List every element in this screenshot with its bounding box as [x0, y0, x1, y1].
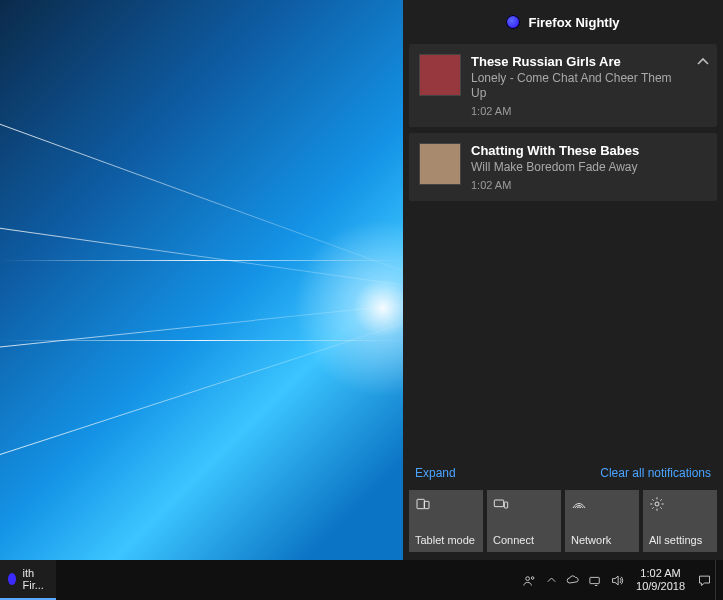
notification-thumbnail [419, 54, 461, 96]
show-desktop-button[interactable] [715, 560, 723, 600]
svg-rect-1 [424, 501, 429, 508]
svg-rect-7 [589, 577, 598, 583]
action-center-header: Firefox Nightly [403, 0, 723, 44]
network-icon [571, 496, 587, 512]
firefox-nightly-icon [8, 573, 16, 585]
notification-thumbnail [419, 143, 461, 185]
notification-time: 1:02 AM [471, 105, 689, 117]
notification-title: These Russian Girls Are [471, 54, 689, 70]
taskbar-clock[interactable]: 1:02 AM 10/9/2018 [628, 567, 693, 593]
notification-card[interactable]: Chatting With These Babes Will Make Bore… [409, 133, 717, 201]
people-icon[interactable] [518, 560, 540, 600]
quick-action-network[interactable]: Network [565, 490, 639, 552]
svg-point-6 [531, 576, 534, 579]
firefox-nightly-icon [506, 15, 520, 29]
quick-action-label: Network [571, 534, 633, 546]
svg-rect-0 [417, 499, 424, 508]
clock-date: 10/9/2018 [636, 580, 685, 593]
quick-action-label: Tablet mode [415, 534, 477, 546]
action-center-app-name: Firefox Nightly [528, 15, 619, 30]
desktop-wallpaper [0, 0, 403, 560]
notification-card[interactable]: These Russian Girls Are Lonely - Come Ch… [409, 44, 717, 127]
system-tray: 1:02 AM 10/9/2018 [518, 560, 723, 600]
svg-rect-3 [504, 502, 507, 508]
settings-icon [649, 496, 665, 512]
clear-all-link[interactable]: Clear all notifications [600, 466, 711, 480]
action-center-links: Expand Clear all notifications [403, 456, 723, 490]
notification-title: Chatting With These Babes [471, 143, 689, 159]
onedrive-icon[interactable] [562, 560, 584, 600]
tray-chevron-up-icon[interactable] [540, 560, 562, 600]
svg-point-5 [525, 576, 529, 580]
notification-body: Will Make Boredom Fade Away [471, 160, 689, 175]
notification-body: Lonely - Come Chat And Cheer Them Up [471, 71, 689, 101]
quick-action-label: Connect [493, 534, 555, 546]
svg-point-4 [655, 502, 659, 506]
notification-time: 1:02 AM [471, 179, 689, 191]
expand-link[interactable]: Expand [415, 466, 456, 480]
svg-rect-2 [494, 500, 503, 507]
taskbar-app-button[interactable]: ith Fir... [0, 560, 56, 600]
quick-action-label: All settings [649, 534, 711, 546]
quick-action-tablet-mode[interactable]: Tablet mode [409, 490, 483, 552]
network-tray-icon[interactable] [584, 560, 606, 600]
chevron-up-icon[interactable] [695, 54, 711, 70]
action-center-panel: Firefox Nightly These Russian Girls Are … [403, 0, 723, 560]
action-center-icon[interactable] [693, 560, 715, 600]
connect-icon [493, 496, 509, 512]
volume-icon[interactable] [606, 560, 628, 600]
taskbar: ith Fir... 1:02 AM 10/9/2018 [0, 560, 723, 600]
quick-action-all-settings[interactable]: All settings [643, 490, 717, 552]
quick-actions-row: Tablet mode Connect Network All settings [403, 490, 723, 560]
clock-time: 1:02 AM [636, 567, 685, 580]
taskbar-app-label: ith Fir... [22, 567, 48, 591]
quick-action-connect[interactable]: Connect [487, 490, 561, 552]
notification-list: These Russian Girls Are Lonely - Come Ch… [403, 44, 723, 207]
tablet-mode-icon [415, 496, 431, 512]
